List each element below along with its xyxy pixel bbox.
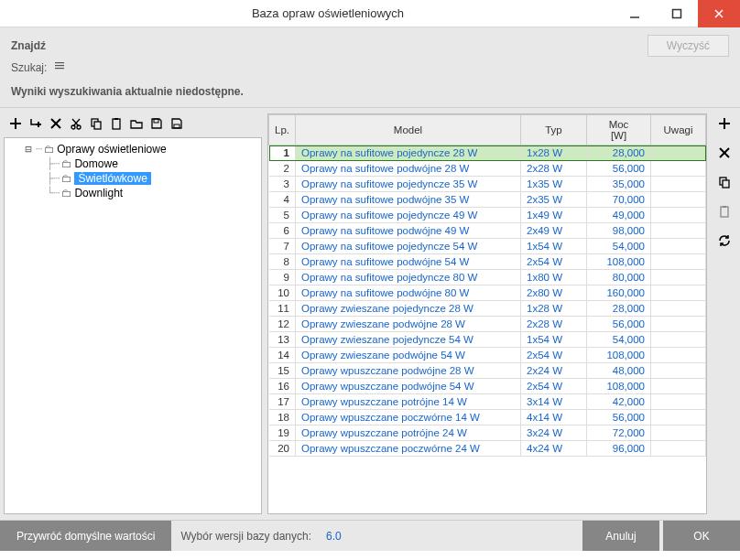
cell-typ[interactable]: 4x24 W bbox=[521, 441, 587, 457]
delete-icon[interactable] bbox=[48, 115, 64, 132]
cell-uwagi[interactable] bbox=[651, 161, 706, 177]
cell-uwagi[interactable] bbox=[651, 317, 706, 332]
cell-model[interactable]: Oprawy na sufitowe podwójne 49 W bbox=[296, 223, 521, 239]
cell-moc[interactable]: 56,000 bbox=[587, 161, 651, 177]
cell-uwagi[interactable] bbox=[651, 208, 706, 223]
row-add-icon[interactable] bbox=[714, 113, 735, 134]
cell-typ[interactable]: 1x28 W bbox=[521, 301, 587, 317]
cell-moc[interactable]: 54,000 bbox=[587, 239, 651, 254]
cell-model[interactable]: Oprawy wpuszczane poczwórne 14 W bbox=[296, 410, 521, 425]
cell-uwagi[interactable] bbox=[651, 192, 706, 208]
cell-uwagi[interactable] bbox=[651, 145, 706, 161]
cell-model[interactable]: Oprawy wpuszczane podwójne 28 W bbox=[296, 363, 521, 379]
tree-root[interactable]: ⊟ ┄ 🗀 Oprawy oświetleniowe bbox=[6, 142, 259, 156]
cell-typ[interactable]: 2x35 W bbox=[521, 192, 587, 208]
table-row[interactable]: 5Oprawy na sufitowe pojedyncze 49 W1x49 … bbox=[269, 208, 706, 223]
tree-item[interactable]: └┄ 🗀 Downlight bbox=[6, 186, 259, 200]
cell-uwagi[interactable] bbox=[651, 177, 706, 192]
cell-model[interactable]: Oprawy na sufitowe podwójne 28 W bbox=[296, 161, 521, 177]
cell-model[interactable]: Oprawy na sufitowe pojedyncze 54 W bbox=[296, 239, 521, 254]
col-model[interactable]: Model bbox=[296, 115, 521, 145]
cell-moc[interactable]: 56,000 bbox=[587, 317, 651, 332]
table-row[interactable]: 2Oprawy na sufitowe podwójne 28 W2x28 W5… bbox=[269, 161, 706, 177]
open-icon[interactable] bbox=[128, 115, 145, 132]
col-typ[interactable]: Typ bbox=[521, 115, 587, 145]
table-row[interactable]: 12Oprawy zwieszane podwójne 28 W2x28 W56… bbox=[269, 317, 706, 332]
cell-uwagi[interactable] bbox=[651, 441, 706, 457]
paste-icon[interactable] bbox=[108, 115, 125, 132]
tree-item[interactable]: ├┄ 🗀 Domowe bbox=[6, 156, 259, 171]
cell-typ[interactable]: 1x80 W bbox=[521, 270, 587, 285]
tree-view[interactable]: ⊟ ┄ 🗀 Oprawy oświetleniowe ├┄ 🗀 Domowe├┄… bbox=[4, 137, 262, 514]
row-copy-icon[interactable] bbox=[714, 172, 735, 192]
cell-uwagi[interactable] bbox=[651, 301, 706, 317]
table-row[interactable]: 6Oprawy na sufitowe podwójne 49 W2x49 W9… bbox=[269, 223, 706, 239]
cell-moc[interactable]: 96,000 bbox=[587, 441, 651, 457]
row-refresh-icon[interactable] bbox=[714, 231, 735, 251]
cell-model[interactable]: Oprawy wpuszczane potrójne 14 W bbox=[296, 394, 521, 410]
data-grid[interactable]: Lp. Model Typ Moc [W] Uwagi 1Oprawy na s… bbox=[267, 113, 707, 514]
save-icon[interactable] bbox=[148, 115, 165, 132]
add-child-icon[interactable] bbox=[27, 115, 44, 132]
cell-typ[interactable]: 1x54 W bbox=[521, 239, 587, 254]
search-options-icon[interactable] bbox=[54, 60, 65, 74]
cell-typ[interactable]: 2x80 W bbox=[521, 285, 587, 301]
cell-typ[interactable]: 2x54 W bbox=[521, 379, 587, 394]
cell-moc[interactable]: 48,000 bbox=[587, 363, 651, 379]
table-row[interactable]: 17Oprawy wpuszczane potrójne 14 W3x14 W4… bbox=[269, 394, 706, 410]
cell-typ[interactable]: 2x24 W bbox=[521, 363, 587, 379]
save-as-icon[interactable] bbox=[169, 115, 185, 132]
cell-model[interactable]: Oprawy wpuszczane poczwórne 24 W bbox=[296, 441, 521, 457]
cell-moc[interactable]: 160,000 bbox=[587, 285, 651, 301]
cell-moc[interactable]: 98,000 bbox=[587, 223, 651, 239]
cell-typ[interactable]: 1x28 W bbox=[521, 145, 587, 161]
cell-moc[interactable]: 56,000 bbox=[587, 410, 651, 425]
cell-typ[interactable]: 2x49 W bbox=[521, 223, 587, 239]
row-delete-icon[interactable] bbox=[714, 143, 735, 163]
table-row[interactable]: 9Oprawy na sufitowe pojedyncze 80 W1x80 … bbox=[269, 270, 706, 285]
db-version-value[interactable]: 6.0 bbox=[321, 521, 347, 551]
collapse-icon[interactable]: ⊟ bbox=[23, 143, 34, 156]
cell-typ[interactable]: 2x28 W bbox=[521, 161, 587, 177]
cell-uwagi[interactable] bbox=[651, 223, 706, 239]
close-button[interactable] bbox=[698, 0, 740, 27]
cell-model[interactable]: Oprawy zwieszane pojedyncze 28 W bbox=[296, 301, 521, 317]
cell-model[interactable]: Oprawy na sufitowe pojedyncze 28 W bbox=[296, 145, 521, 161]
table-row[interactable]: 10Oprawy na sufitowe podwójne 80 W2x80 W… bbox=[269, 285, 706, 301]
table-row[interactable]: 1Oprawy na sufitowe pojedyncze 28 W1x28 … bbox=[269, 145, 706, 161]
cell-moc[interactable]: 80,000 bbox=[587, 270, 651, 285]
col-lp[interactable]: Lp. bbox=[269, 115, 296, 145]
cut-icon[interactable] bbox=[68, 115, 84, 132]
cell-uwagi[interactable] bbox=[651, 270, 706, 285]
maximize-button[interactable] bbox=[656, 0, 698, 27]
table-row[interactable]: 14Oprawy zwieszane podwójne 54 W2x54 W10… bbox=[269, 348, 706, 363]
table-row[interactable]: 8Oprawy na sufitowe podwójne 54 W2x54 W1… bbox=[269, 254, 706, 270]
table-row[interactable]: 3Oprawy na sufitowe pojedyncze 35 W1x35 … bbox=[269, 177, 706, 192]
cell-moc[interactable]: 72,000 bbox=[587, 425, 651, 441]
row-paste-icon[interactable] bbox=[714, 201, 735, 221]
cell-typ[interactable]: 2x54 W bbox=[521, 254, 587, 270]
col-moc[interactable]: Moc [W] bbox=[587, 115, 651, 145]
table-row[interactable]: 7Oprawy na sufitowe pojedyncze 54 W1x54 … bbox=[269, 239, 706, 254]
cell-typ[interactable]: 4x14 W bbox=[521, 410, 587, 425]
cell-model[interactable]: Oprawy na sufitowe pojedyncze 35 W bbox=[296, 177, 521, 192]
cell-model[interactable]: Oprawy zwieszane podwójne 54 W bbox=[296, 348, 521, 363]
cell-uwagi[interactable] bbox=[651, 363, 706, 379]
table-row[interactable]: 11Oprawy zwieszane pojedyncze 28 W1x28 W… bbox=[269, 301, 706, 317]
cell-moc[interactable]: 108,000 bbox=[587, 348, 651, 363]
table-row[interactable]: 16Oprawy wpuszczane podwójne 54 W2x54 W1… bbox=[269, 379, 706, 394]
cell-model[interactable]: Oprawy wpuszczane potrójne 24 W bbox=[296, 425, 521, 441]
cell-typ[interactable]: 3x14 W bbox=[521, 394, 587, 410]
cell-typ[interactable]: 3x24 W bbox=[521, 425, 587, 441]
cell-uwagi[interactable] bbox=[651, 254, 706, 270]
cell-uwagi[interactable] bbox=[651, 410, 706, 425]
cell-model[interactable]: Oprawy zwieszane podwójne 28 W bbox=[296, 317, 521, 332]
cell-typ[interactable]: 1x49 W bbox=[521, 208, 587, 223]
cell-uwagi[interactable] bbox=[651, 332, 706, 348]
table-row[interactable]: 19Oprawy wpuszczane potrójne 24 W3x24 W7… bbox=[269, 425, 706, 441]
cell-model[interactable]: Oprawy na sufitowe pojedyncze 80 W bbox=[296, 270, 521, 285]
cell-moc[interactable]: 108,000 bbox=[587, 254, 651, 270]
cell-moc[interactable]: 54,000 bbox=[587, 332, 651, 348]
cell-model[interactable]: Oprawy na sufitowe pojedyncze 49 W bbox=[296, 208, 521, 223]
ok-button[interactable]: OK bbox=[663, 521, 740, 551]
